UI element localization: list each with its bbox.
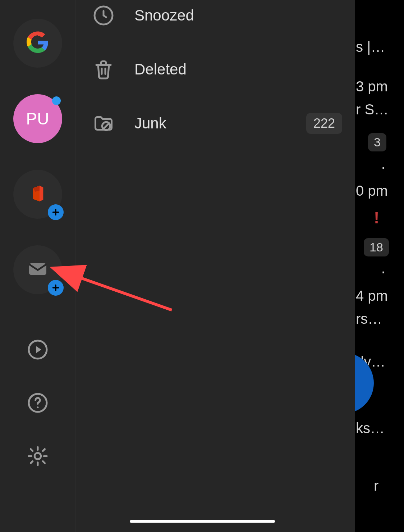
bg-count-badge: 18 [364,238,389,256]
trash-icon [93,59,114,80]
play-intro-button[interactable] [27,339,49,362]
folder-snoozed[interactable]: Snoozed [75,0,355,42]
google-icon [25,30,50,56]
bg-time: 4 pm [356,288,388,303]
account-pu[interactable]: PU [13,94,62,143]
account-google[interactable] [13,19,62,68]
bg-count-badge: 3 [368,133,386,151]
junk-folder-icon [93,113,114,134]
bg-snippet: r S… [356,102,389,117]
bg-time: 3 pm [356,79,388,94]
folder-deleted[interactable]: Deleted [75,42,355,96]
folder-label: Deleted [134,61,187,78]
bg-snippet: rs… [356,312,382,326]
clock-icon [93,5,114,26]
svg-point-3 [37,406,38,408]
settings-button[interactable] [27,445,49,468]
bg-snippet: r [374,478,378,493]
help-button[interactable] [27,392,49,415]
bg-snippet: . [381,259,386,276]
folder-label: Junk [134,115,166,132]
svg-point-4 [35,453,41,459]
account-initials: PU [26,109,49,128]
bg-snippet: s |… [356,40,385,54]
plus-badge-icon [48,280,64,296]
add-mail-account[interactable] [13,245,62,294]
folder-label: Snoozed [134,7,194,24]
home-indicator [130,520,275,523]
bg-snippet: . [381,155,386,172]
bg-snippet: ks… [356,421,385,435]
accounts-rail: PU [0,0,75,532]
unread-dot-icon [52,96,61,105]
folder-junk[interactable]: Junk 222 [75,96,355,150]
plus-badge-icon [48,204,64,220]
bg-time: 0 pm [356,183,388,198]
folder-list: Snoozed Deleted Junk 222 [75,0,355,532]
add-office-account[interactable] [13,170,62,219]
important-icon: ! [374,208,379,227]
office-icon [28,184,47,205]
junk-count-badge: 222 [306,113,342,134]
mail-icon [26,258,49,282]
navigation-drawer: PU [0,0,355,532]
